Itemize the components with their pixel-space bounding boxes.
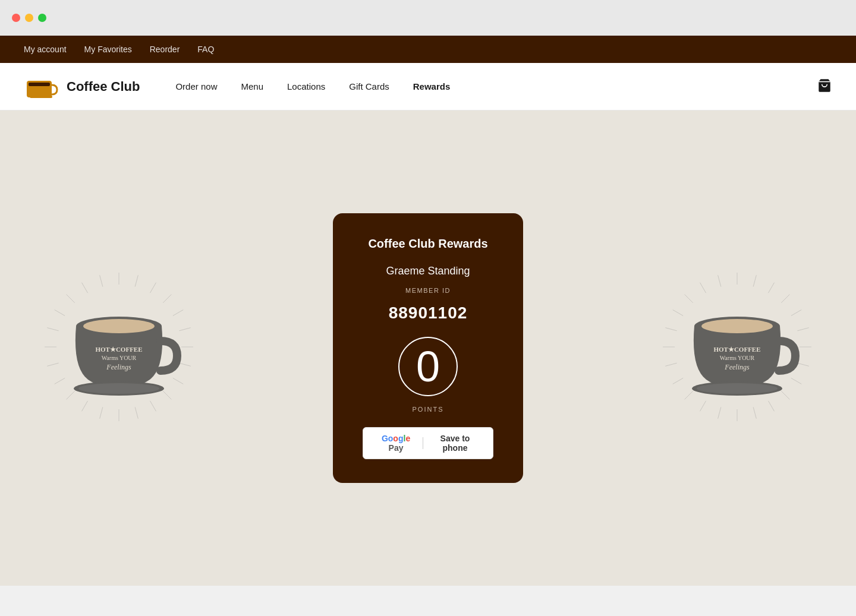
svg-line-20 bbox=[55, 378, 65, 384]
svg-line-38 bbox=[781, 295, 789, 303]
member-id-label: MEMBER ID bbox=[405, 287, 451, 294]
nav-rewards[interactable]: Rewards bbox=[413, 81, 451, 91]
svg-line-9 bbox=[179, 328, 190, 331]
svg-line-52 bbox=[665, 363, 676, 366]
close-button[interactable] bbox=[12, 14, 20, 22]
main-nav: Coffee Club Order now Menu Locations Gif… bbox=[0, 63, 856, 110]
logo-area[interactable]: Coffee Club bbox=[24, 72, 140, 102]
svg-line-49 bbox=[700, 401, 706, 411]
svg-text:Feelings: Feelings bbox=[724, 363, 750, 371]
svg-line-39 bbox=[791, 310, 801, 316]
member-id-value: 88901102 bbox=[389, 304, 468, 323]
svg-line-8 bbox=[173, 310, 183, 316]
nav-menu[interactable]: Menu bbox=[241, 81, 263, 91]
svg-line-46 bbox=[753, 407, 756, 418]
brand-name: Coffee Club bbox=[67, 79, 140, 94]
save-text: Save to phone bbox=[429, 434, 481, 453]
svg-line-27 bbox=[100, 275, 103, 286]
maximize-button[interactable] bbox=[38, 14, 46, 22]
svg-line-12 bbox=[173, 378, 183, 384]
svg-line-56 bbox=[685, 295, 693, 303]
svg-line-18 bbox=[82, 401, 88, 411]
svg-text:Feelings: Feelings bbox=[106, 363, 131, 371]
svg-line-42 bbox=[797, 363, 808, 366]
top-nav-faq[interactable]: FAQ bbox=[197, 45, 214, 54]
svg-line-6 bbox=[150, 283, 156, 293]
svg-line-11 bbox=[179, 363, 190, 366]
svg-line-50 bbox=[685, 391, 693, 399]
svg-line-17 bbox=[100, 407, 103, 418]
main-nav-links: Order now Menu Locations Gift Cards Rewa… bbox=[175, 81, 817, 91]
svg-line-7 bbox=[163, 295, 171, 303]
svg-line-15 bbox=[135, 407, 138, 418]
top-nav-reorder[interactable]: Reorder bbox=[150, 45, 180, 54]
svg-line-14 bbox=[150, 401, 156, 411]
svg-point-29 bbox=[83, 319, 155, 333]
svg-point-65 bbox=[697, 383, 778, 394]
svg-rect-1 bbox=[29, 83, 50, 86]
svg-line-5 bbox=[135, 275, 138, 286]
svg-line-24 bbox=[55, 310, 65, 316]
decorative-cup-right: HOT★COFFEE Warms YOUR Feelings bbox=[654, 264, 820, 432]
svg-rect-2 bbox=[30, 96, 52, 98]
svg-line-40 bbox=[797, 328, 808, 331]
save-to-phone-button[interactable]: Google Pay Save to phone bbox=[363, 427, 493, 459]
top-nav-my-favorites[interactable]: My Favorites bbox=[84, 45, 132, 54]
nav-gift-cards[interactable]: Gift Cards bbox=[349, 81, 389, 91]
svg-line-19 bbox=[67, 391, 75, 399]
svg-text:HOT★COFFEE: HOT★COFFEE bbox=[713, 346, 760, 353]
cart-icon[interactable] bbox=[817, 78, 832, 96]
svg-line-55 bbox=[673, 310, 683, 316]
nav-order-now[interactable]: Order now bbox=[175, 81, 217, 91]
minimize-button[interactable] bbox=[25, 14, 33, 22]
rewards-card: Coffee Club Rewards Graeme Standing MEMB… bbox=[333, 213, 523, 483]
svg-line-45 bbox=[769, 401, 775, 411]
points-label: POINTS bbox=[413, 406, 444, 413]
top-nav: My account My Favorites Reorder FAQ bbox=[0, 36, 856, 63]
svg-line-54 bbox=[665, 328, 676, 331]
svg-text:Warms YOUR: Warms YOUR bbox=[102, 355, 137, 361]
svg-line-13 bbox=[163, 391, 171, 399]
svg-line-43 bbox=[791, 378, 801, 384]
svg-point-34 bbox=[78, 383, 159, 394]
svg-line-44 bbox=[781, 391, 789, 399]
svg-line-57 bbox=[700, 283, 706, 293]
top-nav-my-account[interactable]: My account bbox=[24, 45, 67, 54]
svg-line-58 bbox=[718, 275, 721, 286]
divider bbox=[423, 437, 423, 449]
svg-line-36 bbox=[753, 275, 756, 286]
svg-line-21 bbox=[47, 363, 58, 366]
logo-icon bbox=[24, 72, 59, 102]
svg-line-26 bbox=[82, 283, 88, 293]
svg-point-60 bbox=[701, 319, 773, 333]
svg-line-23 bbox=[47, 328, 58, 331]
svg-text:Warms YOUR: Warms YOUR bbox=[720, 355, 755, 361]
gpay-logo: Google Pay bbox=[375, 434, 417, 453]
decorative-cup-left: HOT★COFFEE Warms YOUR Feelings bbox=[36, 264, 202, 432]
member-name: Graeme Standing bbox=[386, 265, 470, 277]
nav-locations[interactable]: Locations bbox=[287, 81, 325, 91]
svg-line-37 bbox=[769, 283, 775, 293]
hero-section: HOT★COFFEE Warms YOUR Feelings Coffee Cl… bbox=[0, 110, 856, 586]
points-value: 0 bbox=[398, 337, 458, 396]
svg-line-25 bbox=[67, 295, 75, 303]
window-chrome bbox=[0, 0, 856, 36]
rewards-card-title: Coffee Club Rewards bbox=[368, 237, 487, 251]
svg-line-48 bbox=[718, 407, 721, 418]
svg-text:HOT★COFFEE: HOT★COFFEE bbox=[95, 346, 142, 353]
svg-line-51 bbox=[673, 378, 683, 384]
